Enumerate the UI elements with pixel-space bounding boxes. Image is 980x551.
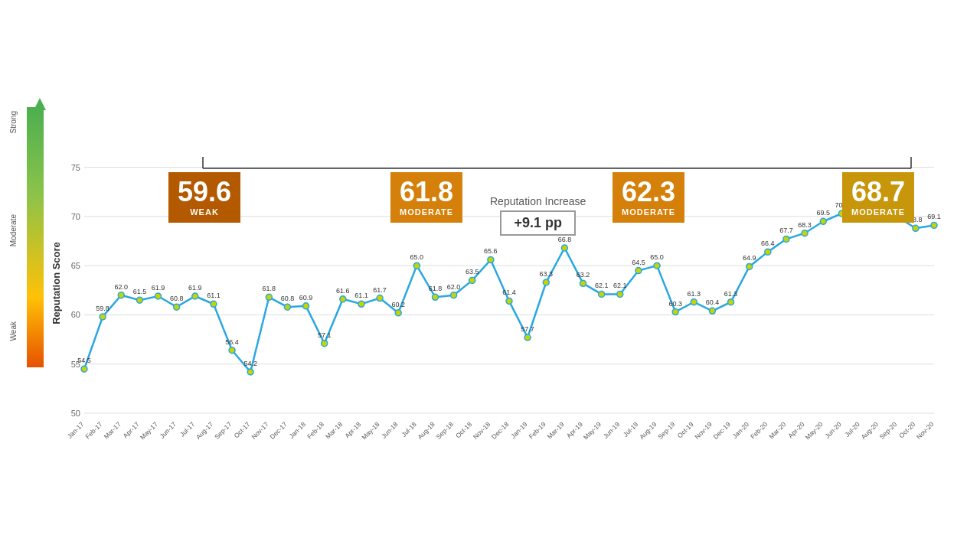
svg-text:Jul-17: Jul-17 bbox=[178, 420, 197, 439]
svg-text:61.1: 61.1 bbox=[207, 292, 220, 299]
svg-point-96 bbox=[599, 291, 605, 297]
svg-point-33 bbox=[211, 301, 217, 307]
svg-text:Dec-19: Dec-19 bbox=[712, 420, 733, 441]
svg-text:50: 50 bbox=[71, 409, 80, 418]
svg-text:61.1: 61.1 bbox=[354, 292, 368, 299]
svg-text:Jul-19: Jul-19 bbox=[622, 420, 640, 439]
svg-point-99 bbox=[617, 291, 623, 297]
svg-text:Nov-18: Nov-18 bbox=[472, 420, 492, 441]
svg-text:62.0: 62.0 bbox=[447, 283, 461, 291]
svg-text:61.9: 61.9 bbox=[152, 284, 165, 292]
svg-text:Sep-20: Sep-20 bbox=[878, 420, 899, 441]
svg-point-78 bbox=[488, 256, 494, 262]
svg-text:Aug-18: Aug-18 bbox=[416, 420, 436, 441]
svg-text:69.1: 69.1 bbox=[927, 213, 941, 220]
svg-text:60.9: 60.9 bbox=[299, 294, 313, 302]
svg-text:Oct-19: Oct-19 bbox=[676, 420, 695, 439]
svg-text:66.8: 66.8 bbox=[558, 236, 572, 243]
svg-text:Jan-17: Jan-17 bbox=[66, 420, 86, 440]
score-box-2: 62.3MODERATE bbox=[612, 172, 684, 223]
svg-text:Oct-17: Oct-17 bbox=[232, 420, 251, 439]
svg-point-57 bbox=[358, 301, 364, 307]
svg-text:Apr-18: Apr-18 bbox=[343, 420, 362, 439]
svg-text:63.2: 63.2 bbox=[577, 271, 590, 279]
svg-text:Aug-17: Aug-17 bbox=[194, 420, 215, 441]
svg-text:57.1: 57.1 bbox=[318, 331, 332, 339]
svg-point-60 bbox=[377, 295, 383, 302]
svg-point-66 bbox=[413, 262, 420, 269]
svg-text:64.9: 64.9 bbox=[743, 254, 756, 262]
svg-text:68.3: 68.3 bbox=[798, 221, 812, 229]
svg-text:Sep-19: Sep-19 bbox=[656, 420, 677, 441]
svg-text:Apr-19: Apr-19 bbox=[565, 420, 584, 439]
svg-point-72 bbox=[451, 292, 457, 298]
svg-point-84 bbox=[524, 334, 531, 341]
svg-text:Sep-18: Sep-18 bbox=[435, 420, 456, 441]
svg-point-93 bbox=[580, 280, 586, 286]
svg-text:66.4: 66.4 bbox=[761, 240, 775, 247]
weak-bar bbox=[27, 298, 44, 367]
svg-text:Oct-20: Oct-20 bbox=[897, 420, 916, 439]
strong-label: Strong bbox=[9, 111, 18, 133]
score-value-0: 59.6 bbox=[178, 178, 231, 206]
score-value-3: 68.7 bbox=[851, 178, 905, 206]
svg-text:54.5: 54.5 bbox=[77, 357, 91, 364]
score-value-2: 62.3 bbox=[622, 178, 675, 206]
svg-text:69.5: 69.5 bbox=[816, 209, 830, 217]
svg-point-114 bbox=[709, 308, 715, 314]
reputation-increase-box: Reputation Increase +9.1 pp bbox=[490, 195, 586, 236]
svg-text:Oct-18: Oct-18 bbox=[454, 420, 473, 439]
svg-point-39 bbox=[247, 369, 253, 375]
svg-text:63.5: 63.5 bbox=[466, 268, 479, 276]
chart-svg: 50556065707554.5Jan-1759.8Feb-1762.0Mar-… bbox=[61, 46, 949, 474]
svg-text:59.8: 59.8 bbox=[96, 305, 109, 312]
svg-text:57.7: 57.7 bbox=[521, 325, 534, 333]
svg-text:65.6: 65.6 bbox=[484, 247, 498, 255]
score-label-0: WEAK bbox=[178, 207, 231, 217]
svg-point-21 bbox=[136, 297, 142, 303]
svg-text:Feb-17: Feb-17 bbox=[83, 420, 103, 440]
svg-point-12 bbox=[81, 366, 87, 372]
svg-point-54 bbox=[340, 296, 346, 302]
svg-text:Apr-17: Apr-17 bbox=[122, 420, 141, 439]
svg-text:62.0: 62.0 bbox=[114, 283, 128, 291]
svg-text:62.1: 62.1 bbox=[595, 282, 609, 289]
svg-text:May-19: May-19 bbox=[582, 420, 603, 441]
svg-text:Jan-19: Jan-19 bbox=[509, 420, 529, 440]
svg-text:60: 60 bbox=[71, 310, 80, 319]
svg-point-120 bbox=[746, 263, 753, 269]
svg-point-69 bbox=[432, 294, 438, 300]
svg-text:Mar-17: Mar-17 bbox=[103, 420, 122, 440]
svg-text:63.3: 63.3 bbox=[539, 270, 553, 278]
svg-point-102 bbox=[635, 268, 642, 274]
svg-point-63 bbox=[395, 310, 401, 316]
svg-text:61.6: 61.6 bbox=[336, 287, 350, 295]
svg-text:64.5: 64.5 bbox=[632, 259, 645, 266]
svg-text:60.8: 60.8 bbox=[170, 295, 184, 302]
svg-text:Jan-18: Jan-18 bbox=[288, 420, 308, 440]
svg-point-45 bbox=[284, 304, 290, 310]
svg-point-150 bbox=[931, 222, 937, 228]
svg-text:Jun-18: Jun-18 bbox=[380, 420, 400, 440]
svg-text:60.4: 60.4 bbox=[706, 298, 720, 306]
svg-text:61.3: 61.3 bbox=[724, 290, 738, 298]
svg-text:Jul-20: Jul-20 bbox=[843, 420, 861, 439]
svg-text:65.0: 65.0 bbox=[650, 253, 664, 261]
svg-text:61.7: 61.7 bbox=[373, 286, 387, 294]
svg-text:60.8: 60.8 bbox=[281, 295, 295, 302]
svg-text:61.8: 61.8 bbox=[263, 285, 276, 292]
svg-point-117 bbox=[728, 299, 734, 305]
svg-point-147 bbox=[913, 225, 919, 231]
svg-point-75 bbox=[469, 277, 475, 283]
svg-text:70: 70 bbox=[71, 212, 80, 221]
svg-point-48 bbox=[303, 303, 309, 309]
svg-text:61.8: 61.8 bbox=[429, 285, 443, 292]
svg-point-111 bbox=[691, 299, 697, 305]
svg-text:67.7: 67.7 bbox=[779, 227, 793, 234]
svg-text:Feb-19: Feb-19 bbox=[528, 420, 547, 440]
svg-text:Apr-20: Apr-20 bbox=[786, 420, 805, 439]
score-box-3: 68.7MODERATE bbox=[842, 172, 914, 223]
svg-text:May-18: May-18 bbox=[360, 420, 381, 441]
svg-point-90 bbox=[561, 245, 567, 251]
strong-bar bbox=[27, 107, 44, 194]
